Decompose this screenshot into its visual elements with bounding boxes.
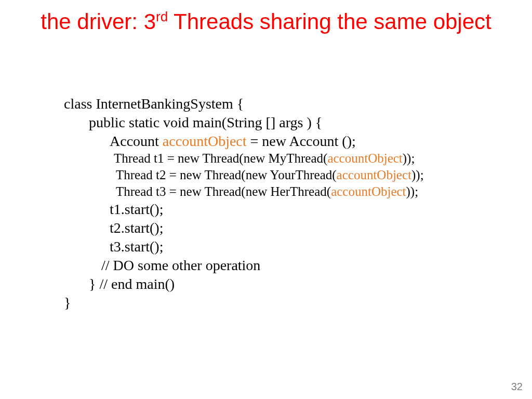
- code-line: }: [64, 294, 424, 312]
- code-line: } // end main(): [64, 275, 424, 294]
- slide-title: the driver: 3rd Threads sharing the same…: [0, 0, 532, 34]
- code-line: t1.start();: [64, 200, 424, 219]
- code-highlight: accountObject: [327, 151, 402, 165]
- code-block: class InternetBankingSystem { public sta…: [64, 95, 424, 312]
- code-text: ));: [411, 168, 424, 182]
- code-highlight: accountObject: [163, 133, 247, 149]
- code-text: ));: [406, 184, 419, 198]
- page-number: 32: [511, 381, 523, 393]
- code-text: Thread t2 = new Thread(new YourThread(: [116, 168, 337, 182]
- code-line: public static void main(String [] args )…: [64, 113, 424, 132]
- code-line: Thread t1 = new Thread(new MyThread(acco…: [64, 150, 424, 167]
- code-text: Thread t1 = new Thread(new MyThread(: [114, 151, 327, 165]
- code-text: Account: [110, 133, 163, 149]
- code-line: Thread t3 = new Thread(new HerThread(acc…: [64, 183, 424, 200]
- code-text: ));: [403, 151, 415, 165]
- code-line: Thread t2 = new Thread(new YourThread(ac…: [64, 167, 424, 183]
- code-line: t3.start();: [64, 237, 424, 256]
- code-highlight: accountObject: [331, 184, 406, 198]
- title-part1: the driver: 3: [41, 9, 156, 34]
- code-line: t2.start();: [64, 219, 424, 237]
- code-text: = new Account ();: [247, 133, 356, 149]
- code-line: class InternetBankingSystem {: [64, 95, 424, 113]
- code-line: Account accountObject = new Account ();: [64, 132, 424, 151]
- title-part2: Threads sharing the same object: [168, 9, 491, 34]
- slide: the driver: 3rd Threads sharing the same…: [0, 0, 532, 399]
- code-text: Thread t3 = new Thread(new HerThread(: [116, 184, 331, 198]
- code-line: // DO some other operation: [64, 256, 424, 275]
- code-highlight: accountObject: [337, 168, 411, 182]
- title-superscript: rd: [156, 9, 168, 24]
